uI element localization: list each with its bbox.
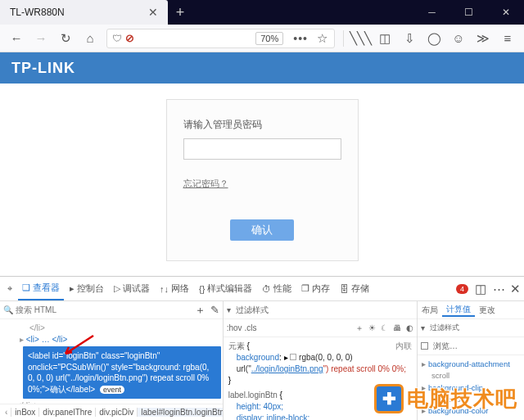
admin-password-input[interactable] bbox=[183, 138, 341, 160]
print-icon[interactable]: 🖶 bbox=[393, 323, 401, 332]
devtools-tab-debugger[interactable]: ▷调试器 bbox=[110, 277, 154, 300]
window-minimize-button[interactable]: ─ bbox=[413, 0, 450, 25]
crumb-0[interactable]: inBox bbox=[11, 408, 39, 417]
forgot-password-link[interactable]: 忘记密码？ bbox=[183, 178, 341, 190]
account-icon[interactable]: ☺ bbox=[447, 28, 470, 49]
login-panel: 请输入管理员密码 忘记密码？ 确认 bbox=[166, 99, 359, 261]
devtools-tab-memory[interactable]: ❐内存 bbox=[297, 277, 334, 300]
library-icon[interactable]: ╲╲╲ bbox=[349, 28, 372, 49]
crumb-1[interactable]: div.panelThre bbox=[39, 408, 96, 417]
devtools-computed-pane: 布局 计算值 更改 ▾ 过滤样式 浏览… ▸background-attachm… bbox=[418, 301, 524, 420]
devtools-panel: ⌖ ❑查看器 ▸控制台 ▷调试器 ↑↓网络 {}样式编辑器 ⏱性能 ❐内存 🗄存… bbox=[0, 276, 524, 420]
address-bar[interactable]: 🛡 ⊘ 70% ••• ☆ bbox=[106, 29, 335, 48]
pocket-icon[interactable]: ⇩ bbox=[398, 28, 421, 49]
devtools-more-icon[interactable]: ⋯ bbox=[493, 278, 504, 300]
browse-checkbox[interactable] bbox=[421, 342, 428, 350]
toggle-icon[interactable]: ＋ bbox=[355, 323, 364, 334]
tab-computed[interactable]: 计算值 bbox=[442, 304, 475, 317]
brand-header: TP-LINK bbox=[0, 52, 524, 84]
html-breadcrumb[interactable]: ‹ inBox div.panelThre div.picDiv label#l… bbox=[0, 404, 223, 420]
html-search-input[interactable] bbox=[16, 305, 190, 314]
error-count-badge[interactable]: 4 bbox=[456, 284, 468, 294]
nav-home-button[interactable]: ⌂ bbox=[79, 28, 102, 49]
devtools-close-icon[interactable]: ✕ bbox=[509, 278, 521, 300]
html-search[interactable]: 🔍 bbox=[3, 305, 190, 314]
browser-tab-active[interactable]: TL-WR880N ✕ bbox=[0, 0, 168, 25]
crumb-2[interactable]: div.picDiv bbox=[96, 408, 138, 417]
contrast-icon[interactable]: ◐ bbox=[406, 323, 413, 332]
devtools-tab-styleeditor[interactable]: {}样式编辑器 bbox=[195, 277, 256, 300]
nav-forward-button[interactable]: → bbox=[29, 28, 52, 49]
computed-list[interactable]: ▸background-attachment scroll ▸backgroun… bbox=[418, 355, 524, 420]
devtools-tab-console[interactable]: ▸控制台 bbox=[66, 277, 108, 300]
pseudo-selector[interactable]: :hov .cls bbox=[227, 323, 257, 332]
window-titlebar: TL-WR880N ✕ + ─ ☐ ✕ bbox=[0, 0, 524, 25]
login-prompt: 请输入管理员密码 bbox=[183, 118, 341, 132]
login-confirm-button[interactable]: 确认 bbox=[230, 219, 294, 241]
tab-close-icon[interactable]: ✕ bbox=[145, 6, 161, 19]
window-maximize-button[interactable]: ☐ bbox=[450, 0, 487, 25]
tab-title: TL-WR880N bbox=[10, 7, 145, 18]
light-icon[interactable]: ☀ bbox=[368, 323, 376, 332]
filter-icon: ▾ bbox=[227, 305, 231, 314]
html-add-button[interactable]: ＋ bbox=[195, 303, 206, 318]
devtools-picker-button[interactable]: ⌖ bbox=[3, 277, 16, 300]
devtools-tab-network[interactable]: ↑↓网络 bbox=[156, 277, 193, 300]
html-tree[interactable]: </li> ▸ <li> … </li> <label id="loginBtn… bbox=[0, 319, 223, 404]
menu-icon[interactable]: ≡ bbox=[496, 28, 519, 49]
window-close-button[interactable]: ✕ bbox=[487, 0, 524, 25]
brand-logo: TP-LINK bbox=[11, 60, 75, 77]
devtools-tab-performance[interactable]: ⏱性能 bbox=[258, 277, 296, 300]
html-selected-node[interactable]: <label id="loginBtn" class="loginBtn" on… bbox=[23, 346, 221, 399]
crumb-3[interactable]: label#loginBtn.loginBtn bbox=[138, 408, 222, 417]
extensions-icon[interactable]: ≫ bbox=[472, 28, 495, 49]
nav-back-button[interactable]: ← bbox=[5, 28, 28, 49]
devtools-rules-pane: ▾ 过滤样式 :hov .cls ＋ ☀ ☾ 🖶 ◐ 元素 内联 { backg… bbox=[224, 301, 418, 420]
browser-toolbar: ← → ↻ ⌂ 🛡 ⊘ 70% ••• ☆ ╲╲╲ ◫ ⇩ ◯ ☺ ≫ ≡ bbox=[0, 25, 524, 52]
event-badge[interactable]: event bbox=[100, 386, 124, 394]
filter-styles-label[interactable]: 过滤样式 bbox=[236, 305, 413, 316]
devtools-tabstrip: ⌖ ❑查看器 ▸控制台 ▷调试器 ↑↓网络 {}样式编辑器 ⏱性能 ❐内存 🗄存… bbox=[0, 277, 524, 301]
page-actions-icon[interactable]: ••• bbox=[290, 32, 311, 45]
dark-icon[interactable]: ☾ bbox=[381, 323, 388, 332]
nav-reload-button[interactable]: ↻ bbox=[54, 28, 77, 49]
tracking-blocked-icon: ⊘ bbox=[125, 32, 134, 44]
zoom-badge[interactable]: 70% bbox=[255, 32, 283, 45]
new-tab-button[interactable]: + bbox=[168, 0, 192, 25]
container-icon[interactable]: ◯ bbox=[422, 28, 445, 49]
tab-changes[interactable]: 更改 bbox=[475, 305, 499, 316]
page-content: TP-LINK 请输入管理员密码 忘记密码？ 确认 bbox=[0, 52, 524, 276]
devtools-tab-inspector[interactable]: ❑查看器 bbox=[18, 277, 64, 300]
bookmark-star-icon[interactable]: ☆ bbox=[314, 28, 329, 49]
shield-icon: 🛡 bbox=[112, 33, 122, 44]
filter-icon: ▾ bbox=[421, 323, 425, 332]
devtools-html-pane: 🔍 ＋ ✎ </li> ▸ <li> … </li> <label id="lo… bbox=[0, 301, 224, 420]
devtools-dock-icon[interactable]: ◫ bbox=[473, 278, 488, 300]
html-edit-icon[interactable]: ✎ bbox=[210, 304, 219, 316]
annotation-arrow bbox=[61, 334, 97, 357]
search-icon: 🔍 bbox=[3, 305, 13, 314]
css-rules[interactable]: 元素 内联 { background: ▸ rgba(0, 0, 0, 0) u… bbox=[224, 337, 417, 420]
devtools-tab-storage[interactable]: 🗄存储 bbox=[336, 277, 373, 300]
tab-layout[interactable]: 布局 bbox=[418, 305, 442, 316]
sidebar-icon[interactable]: ◫ bbox=[373, 28, 396, 49]
